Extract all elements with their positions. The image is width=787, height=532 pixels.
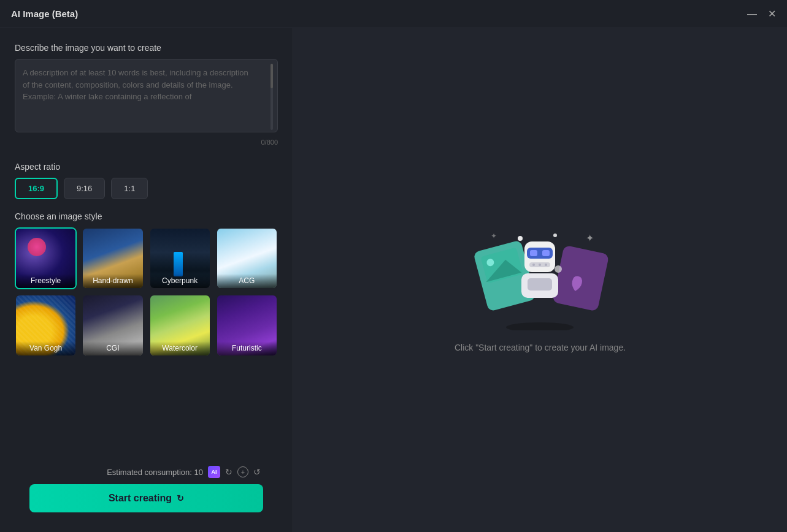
- style-grid: Freestyle Hand-drawn Cyberpunk ACG: [15, 227, 278, 357]
- handdrawn-label: Hand-drawn: [83, 274, 142, 288]
- consumption-row: Estimated consumption: 10 AI ↻ + ↺: [29, 466, 263, 478]
- start-creating-label: Start creating: [109, 493, 172, 504]
- vangogh-label: Van Gogh: [16, 341, 75, 355]
- svg-point-10: [532, 264, 535, 266]
- describe-label: Describe the image you want to create: [15, 43, 278, 53]
- aspect-16-9-button[interactable]: 16:9: [15, 178, 58, 199]
- cgi-label: CGI: [83, 341, 142, 355]
- aspect-1-1-button[interactable]: 1:1: [111, 178, 148, 199]
- futuristic-label: Futuristic: [217, 341, 277, 355]
- style-cgi[interactable]: CGI: [82, 294, 144, 356]
- main-content: Describe the image you want to create 0/…: [0, 28, 787, 532]
- start-creating-button[interactable]: Start creating ↻: [29, 484, 263, 512]
- title-bar-controls: — ✕: [747, 9, 776, 19]
- title-bar: AI Image (Beta) — ✕: [0, 0, 787, 28]
- right-panel: ✦ ✦ Click "Start creating" to create you…: [293, 28, 787, 532]
- aspect-9-16-button[interactable]: 9:16: [64, 178, 105, 199]
- plus-icon: +: [237, 466, 248, 477]
- acg-label: ACG: [217, 274, 277, 288]
- right-placeholder: ✦ ✦ Click "Start creating" to create you…: [455, 208, 626, 352]
- sync-icon: ↻: [225, 467, 232, 477]
- start-icon: ↻: [177, 493, 184, 503]
- svg-point-12: [545, 264, 547, 266]
- svg-text:✦: ✦: [491, 232, 497, 240]
- left-panel: Describe the image you want to create 0/…: [0, 28, 293, 532]
- freestyle-label: Freestyle: [16, 274, 75, 288]
- aspect-ratio-buttons: 16:9 9:16 1:1: [15, 178, 278, 199]
- robot-illustration: ✦ ✦: [466, 208, 613, 330]
- placeholder-text: Click "Start creating" to create your AI…: [455, 343, 626, 352]
- style-futuristic[interactable]: Futuristic: [216, 294, 278, 356]
- minimize-button[interactable]: —: [747, 9, 757, 19]
- svg-point-14: [555, 265, 562, 273]
- svg-text:✦: ✦: [586, 233, 594, 243]
- svg-point-11: [539, 264, 541, 266]
- aspect-ratio-section: Aspect ratio 16:9 9:16 1:1: [15, 162, 278, 199]
- consumption-text: Estimated consumption: 10: [107, 468, 203, 477]
- style-cyberpunk[interactable]: Cyberpunk: [149, 227, 211, 289]
- image-style-section: Choose an image style Freestyle Hand-dra…: [15, 211, 278, 458]
- main-window: AI Image (Beta) — ✕ Describe the image y…: [0, 0, 787, 532]
- window-title: AI Image (Beta): [11, 9, 78, 19]
- textarea-wrapper: [15, 59, 278, 135]
- close-button[interactable]: ✕: [768, 9, 776, 19]
- scrollbar: [271, 64, 273, 130]
- style-watercolor[interactable]: Watercolor: [149, 294, 211, 356]
- style-label: Choose an image style: [15, 211, 278, 221]
- style-handdrawn[interactable]: Hand-drawn: [82, 227, 144, 289]
- describe-section: Describe the image you want to create 0/…: [15, 43, 278, 158]
- style-freestyle[interactable]: Freestyle: [15, 227, 77, 289]
- svg-point-15: [553, 234, 557, 237]
- svg-rect-17: [528, 278, 552, 291]
- style-vangogh[interactable]: Van Gogh: [15, 294, 77, 356]
- watercolor-label: Watercolor: [150, 341, 210, 355]
- ai-badge-icon: AI: [208, 466, 220, 478]
- char-count: 0/800: [15, 139, 278, 146]
- cyberpunk-label: Cyberpunk: [150, 274, 210, 288]
- svg-rect-7: [530, 250, 537, 256]
- style-acg[interactable]: ACG: [216, 227, 278, 289]
- svg-rect-8: [542, 250, 550, 256]
- refresh-icon[interactable]: ↺: [253, 467, 261, 477]
- bottom-bar: Estimated consumption: 10 AI ↻ + ↺ Start…: [15, 458, 278, 522]
- svg-point-13: [518, 236, 523, 241]
- aspect-ratio-label: Aspect ratio: [15, 162, 278, 172]
- scrollbar-thumb: [271, 64, 273, 88]
- svg-point-20: [506, 322, 574, 330]
- description-input[interactable]: [15, 59, 278, 132]
